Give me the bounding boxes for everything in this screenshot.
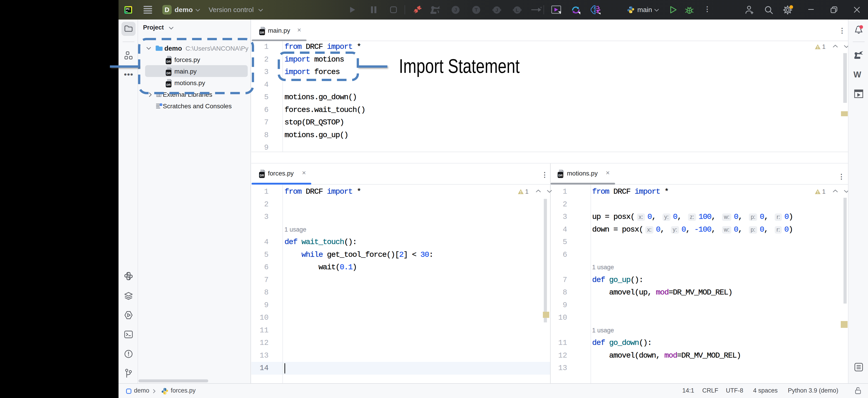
svg-text:DR: DR bbox=[260, 31, 264, 34]
svg-text:DR: DR bbox=[558, 174, 563, 177]
svg-text:J: J bbox=[495, 7, 498, 13]
svg-text:DR: DR bbox=[260, 174, 264, 177]
svg-text:L: L bbox=[516, 7, 519, 13]
svg-text:PC: PC bbox=[126, 7, 130, 11]
